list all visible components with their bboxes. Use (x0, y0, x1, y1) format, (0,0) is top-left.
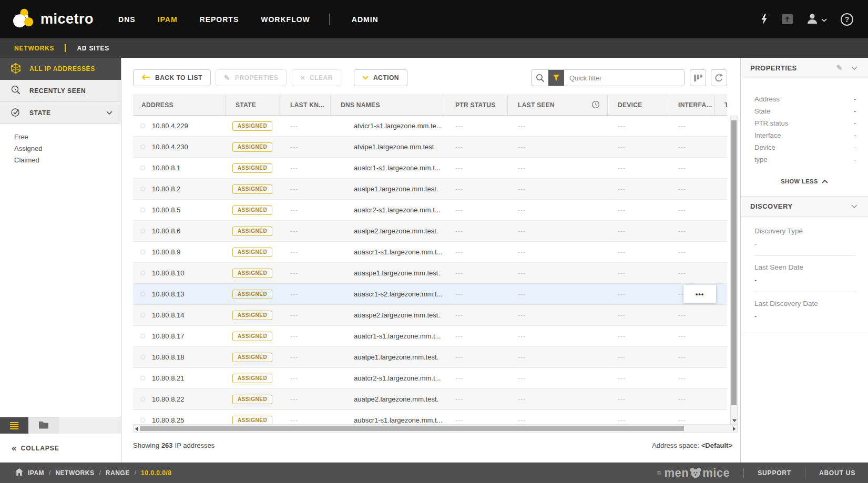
cell-type (714, 158, 727, 178)
show-less-button[interactable]: SHOW LESS (741, 178, 868, 184)
breadcrumb-ipam[interactable]: IPAM (28, 469, 44, 477)
cell-address: 10.80.8.2 (133, 179, 225, 199)
micetro-logo[interactable]: micetro (13, 7, 94, 32)
search-icon[interactable] (532, 70, 548, 86)
list-view-tab[interactable] (0, 417, 28, 434)
row-select-circle[interactable] (140, 166, 145, 170)
folder-view-tab[interactable] (28, 417, 59, 434)
table-row[interactable]: 10.80.8.17ASSIGNED---auatcr1-s1.largezon… (133, 326, 727, 347)
edit-pencil-icon[interactable]: ✎ (836, 64, 843, 72)
support-link[interactable]: SUPPORT (758, 469, 791, 477)
table-row[interactable]: 10.80.8.9ASSIGNED---auascr1-s1.largezone… (133, 242, 727, 263)
row-select-circle[interactable] (140, 187, 145, 191)
menu-item-dns[interactable]: DNS (118, 15, 136, 24)
horizontal-scrollbar-thumb[interactable] (140, 426, 684, 431)
clear-button[interactable]: × CLEAR (292, 69, 341, 86)
action-button[interactable]: ACTION (354, 69, 407, 86)
back-to-list-button[interactable]: BACK TO LIST (133, 69, 211, 86)
table-row[interactable]: 10.80.8.13ASSIGNED---auascr1-s2.largezon… (133, 284, 727, 305)
refresh-button[interactable] (711, 69, 727, 86)
sidebar-item-recently-seen[interactable]: RECENTLY SEEN (0, 80, 121, 102)
discovery-panel-header[interactable]: DISCOVERY (741, 196, 868, 217)
breadcrumb-current-range[interactable]: 10.0.0.0/8 (141, 469, 171, 477)
menu-item-admin[interactable]: ADMIN (352, 15, 379, 24)
table-row[interactable]: 10.80.4.230ASSIGNED---atvipe1.largezone.… (133, 137, 727, 158)
column-header-ptr-status[interactable]: PTR STATUS (445, 95, 507, 115)
tab-ad-sites[interactable]: AD SITES (77, 45, 109, 52)
cell-last-seen: --- (507, 263, 607, 283)
row-select-circle[interactable] (140, 313, 145, 317)
quick-filter-input[interactable] (564, 70, 684, 86)
breadcrumb-range[interactable]: RANGE (106, 469, 130, 477)
row-select-circle[interactable] (140, 376, 145, 381)
row-select-circle[interactable] (140, 145, 145, 149)
table-row[interactable]: 10.80.8.22ASSIGNED---auatpe2.largezone.m… (133, 389, 727, 410)
help-icon[interactable]: ? (841, 13, 853, 26)
row-select-circle[interactable] (140, 271, 145, 275)
user-menu[interactable] (807, 13, 827, 26)
scroll-right-arrow[interactable] (733, 427, 736, 431)
state-option-assigned[interactable]: Assigned (14, 143, 121, 155)
vertical-scrollbar-thumb[interactable] (731, 120, 737, 405)
cell-ptr-status: --- (445, 284, 507, 304)
column-header-last-known[interactable]: LAST KN... (280, 95, 330, 115)
column-header-dns-names[interactable]: DNS NAMES (330, 95, 445, 115)
tab-networks[interactable]: NETWORKS (14, 45, 54, 52)
sidebar-item-state[interactable]: STATE (0, 102, 121, 124)
row-actions-button[interactable]: ••• (683, 285, 716, 303)
column-header-interface[interactable]: INTERFA... (668, 95, 714, 115)
row-select-circle[interactable] (140, 355, 145, 359)
row-select-circle[interactable] (140, 334, 145, 338)
cell-ptr-status: --- (445, 116, 507, 136)
row-select-circle[interactable] (140, 292, 145, 296)
table-row[interactable]: 10.80.8.10ASSIGNED---auaspe1.largezone.m… (133, 263, 727, 284)
column-header-last-seen[interactable]: LAST SEEN (507, 95, 607, 115)
table-row[interactable]: 10.80.4.229ASSIGNED---atvicr1-s1.largezo… (133, 116, 727, 137)
properties-panel-header[interactable]: PROPERTIES ✎ (741, 58, 868, 78)
about-us-link[interactable]: ABOUT US (819, 469, 855, 477)
state-badge: ASSIGNED (232, 142, 272, 152)
chevron-down-icon[interactable] (851, 202, 857, 210)
table-row[interactable]: 10.80.8.5ASSIGNED---aualcr2-s1.largezone… (133, 200, 727, 221)
column-header-device[interactable]: DEVICE (607, 95, 668, 115)
chevron-down-icon[interactable] (851, 64, 857, 72)
state-option-free[interactable]: Free (14, 131, 121, 143)
chevron-down-icon[interactable] (106, 109, 113, 117)
row-select-circle[interactable] (140, 124, 145, 128)
row-select-circle[interactable] (140, 250, 145, 254)
properties-button[interactable]: ✎ PROPERTIES (216, 69, 287, 86)
breadcrumb-networks[interactable]: NETWORKS (55, 469, 94, 477)
table-row[interactable]: 10.80.8.14ASSIGNED---auaspe2.largezone.m… (133, 305, 727, 326)
row-select-circle[interactable] (140, 397, 145, 402)
filter-funnel-icon[interactable] (548, 70, 564, 86)
row-select-circle[interactable] (140, 418, 145, 423)
menu-item-reports[interactable]: REPORTS (200, 15, 239, 24)
table-row[interactable]: 10.80.8.21ASSIGNED---auatcr2-s1.largezon… (133, 368, 727, 389)
collapse-sidebar-button[interactable]: « COLLAPSE (0, 434, 121, 463)
import-box-icon[interactable] (781, 14, 793, 25)
vertical-scrollbar[interactable] (730, 116, 738, 424)
column-header-address[interactable]: ADDRESS (133, 95, 225, 115)
cell-dns-names: auatpe2.largezone.mm.test. (330, 389, 445, 409)
cell-ptr-status: --- (445, 305, 507, 325)
column-header-type[interactable]: T (714, 95, 727, 115)
scroll-down-arrow[interactable] (732, 419, 737, 422)
state-option-claimed[interactable]: Claimed (14, 155, 121, 166)
table-row[interactable]: 10.80.8.1ASSIGNED---aualcr1-s1.largezone… (133, 158, 727, 179)
sidebar-item-all-ip-addresses[interactable]: ALL IP ADDRESSES (0, 58, 121, 80)
menu-item-ipam[interactable]: IPAM (158, 15, 178, 24)
menu-item-workflow[interactable]: WORKFLOW (261, 15, 310, 24)
table-row[interactable]: 10.80.8.6ASSIGNED---aualpe2.largezone.mm… (133, 221, 727, 242)
table-row[interactable]: 10.80.8.2ASSIGNED---aualpe1.largezone.mm… (133, 179, 727, 200)
row-select-circle[interactable] (140, 208, 145, 212)
column-header-state[interactable]: STATE (225, 95, 280, 115)
quick-command-icon[interactable] (760, 14, 768, 25)
horizontal-scrollbar[interactable] (133, 424, 738, 433)
column-settings-button[interactable] (690, 69, 706, 86)
home-icon[interactable] (15, 468, 23, 478)
row-select-circle[interactable] (140, 229, 145, 233)
cell-last-seen: --- (507, 158, 607, 178)
table-row[interactable]: 10.80.8.25ASSIGNED---aubscr1-s1.largezon… (133, 410, 727, 424)
table-row[interactable]: 10.80.8.18ASSIGNED---auatpe1.largezone.m… (133, 347, 727, 368)
scroll-left-arrow[interactable] (135, 427, 138, 431)
